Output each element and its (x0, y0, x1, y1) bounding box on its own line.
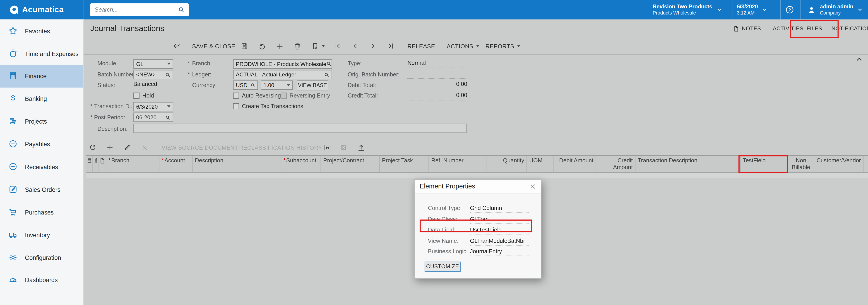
grid-column-header-ref-number[interactable]: Ref. Number (429, 156, 487, 172)
branch-field[interactable]: PRODWHOLE - Products Wholesale (233, 59, 332, 68)
lookup-icon[interactable] (165, 114, 170, 120)
grid-column-header-project-contract[interactable]: Project/Contract (321, 156, 380, 172)
header-link-activities[interactable]: ACTIVITIES (773, 25, 803, 31)
add-new-button[interactable] (276, 38, 284, 54)
create-tax-transactions-checkbox[interactable]: Create Tax Transactions (233, 103, 303, 109)
lookup-icon[interactable] (324, 72, 329, 77)
help-button[interactable]: ? (785, 0, 795, 20)
auto-reversing-checkbox[interactable]: Auto Reversing (233, 92, 281, 99)
grid-column-header-debit-amount[interactable]: Debit Amount (554, 156, 596, 172)
company-branch-selector[interactable]: Revision Two Products Products Wholesale (653, 0, 722, 20)
currency-code-field[interactable]: USD (233, 80, 258, 90)
currency-rate-field[interactable]: 1.00 (261, 80, 293, 90)
undo-button[interactable] (258, 38, 266, 54)
header-link-notifications[interactable]: NOTIFICATIONS (832, 25, 868, 31)
go-first-button[interactable] (334, 38, 341, 54)
collapse-panel-button[interactable] (856, 56, 862, 63)
grid-column-header-testfield[interactable]: TestField (741, 156, 788, 172)
dialog-row-business-logic: Business Logic:JournalEntry (415, 247, 541, 258)
grid-column-header-customer-vendor[interactable]: Customer/Vendor (814, 156, 864, 172)
sidebar-item-label: Inventory (25, 231, 50, 238)
trash-icon (293, 42, 302, 50)
hold-checkbox[interactable]: Hold (133, 92, 154, 99)
transaction-date-field[interactable]: 6/3/2020 (133, 102, 173, 111)
view-base-button[interactable]: VIEW BASE (297, 80, 328, 90)
edit-row-button[interactable] (123, 140, 131, 155)
grid-column-header-branch[interactable]: *Branch (106, 156, 159, 172)
sidebar-item-inventory[interactable]: Inventory (0, 224, 83, 246)
lookup-icon[interactable] (326, 61, 332, 66)
sidebar-item-projects[interactable]: Projects (0, 110, 83, 133)
dialog-row-value: UsrTestField (470, 227, 529, 234)
sidebar-item-sales-orders[interactable]: Sales Orders (0, 178, 83, 201)
delete-button[interactable] (293, 38, 302, 54)
user-menu[interactable]: admin admin Company (807, 0, 863, 20)
grid-column-header-description[interactable]: Description (193, 156, 281, 172)
lookup-icon[interactable] (250, 83, 255, 87)
grid-body-empty[interactable] (86, 172, 868, 177)
sidebar-item-purchases[interactable]: Purchases (0, 201, 83, 224)
sidebar-item-time-and-expenses[interactable]: Time and Expenses (0, 42, 83, 65)
acumatica-logo[interactable]: Acumatica (9, 4, 64, 15)
go-next-button[interactable] (369, 38, 377, 54)
note-icon (99, 157, 106, 164)
grid-column-header-subaccount[interactable]: *Subaccount (281, 156, 321, 172)
chevron-down-icon[interactable] (287, 84, 290, 86)
description-field[interactable] (133, 123, 467, 133)
sidebar-item-payables[interactable]: Payables (0, 133, 83, 156)
customize-button[interactable]: CUSTOMIZE (425, 262, 461, 272)
lookup-icon[interactable] (165, 72, 170, 77)
header-link-files[interactable]: FILES (807, 25, 822, 31)
grid-column-header-uom[interactable]: UOM (527, 156, 554, 172)
batch-number-field[interactable]: <NEW> (133, 70, 173, 79)
dollar-icon (8, 94, 18, 104)
page-title: Journal Transactions (90, 24, 164, 33)
chevron-down-icon[interactable] (167, 105, 170, 108)
dialog-title-bar: Element Properties (415, 179, 541, 193)
header-link-notes[interactable]: NOTES (733, 25, 761, 32)
grid-icon-column-row-settings-icon[interactable] (86, 156, 93, 172)
refresh-button[interactable] (89, 140, 97, 155)
post-period-field[interactable]: 06-2020 (133, 112, 173, 122)
orig-batch-number-value (407, 70, 467, 79)
grid-column-header-account[interactable]: *Account (159, 156, 193, 172)
business-date-selector[interactable]: 6/3/2020 3:12 AM (737, 0, 768, 20)
sidebar-item-label: Finance (25, 73, 46, 79)
grid-column-header-project-task[interactable]: Project Task (380, 156, 429, 172)
fit-to-screen-button[interactable] (323, 140, 332, 155)
copy-paste-button[interactable] (311, 38, 325, 54)
back-button[interactable] (172, 38, 181, 54)
screenshot-viewport: Acumatica Revision Two Products Products… (0, 0, 868, 305)
add-row-button[interactable] (106, 140, 114, 155)
chevron-down-icon (762, 7, 768, 13)
global-search[interactable] (90, 3, 189, 16)
delete-row-button (141, 140, 148, 155)
grid-icon-column-paperclip-icon[interactable] (93, 156, 99, 172)
chevron-down-icon[interactable] (167, 63, 170, 65)
sidebar-item-dashboards[interactable]: Dashboards (0, 269, 83, 292)
reports-menu-button[interactable]: REPORTS (486, 38, 520, 54)
grid-icon-column-note-icon[interactable] (99, 156, 106, 172)
grid-column-header-quantity[interactable]: Quantity (487, 156, 527, 172)
grid-column-header-non-billable[interactable]: Non Billable (788, 156, 814, 172)
ledger-field[interactable]: ACTUAL - Actual Ledger (233, 70, 332, 79)
release-button[interactable]: RELEASE (407, 38, 435, 54)
sidebar-item-finance[interactable]: Finance (0, 65, 83, 87)
go-last-button[interactable] (387, 38, 395, 54)
dialog-row-label: View Name: (428, 238, 459, 244)
sidebar-item-configuration[interactable]: Configuration (0, 246, 83, 269)
sidebar-item-favorites[interactable]: Favorites (0, 20, 83, 42)
sidebar-item-receivables[interactable]: Receivables (0, 156, 83, 178)
actions-menu-button[interactable]: ACTIONS (447, 38, 479, 54)
go-previous-button[interactable] (351, 38, 359, 54)
grid-column-header-transaction-description[interactable]: Transaction Description (636, 156, 741, 172)
module-field[interactable]: GL (133, 59, 173, 68)
close-icon[interactable] (530, 183, 536, 189)
save-and-close-button[interactable]: SAVE & CLOSE (192, 38, 235, 54)
sidebar-item-banking[interactable]: Banking (0, 87, 83, 110)
upload-file-button[interactable] (357, 140, 366, 155)
save-button[interactable] (240, 38, 249, 54)
search-input[interactable] (90, 6, 177, 13)
grid-column-header-credit-amount[interactable]: Credit Amount (596, 156, 636, 172)
search-icon[interactable] (178, 6, 185, 13)
